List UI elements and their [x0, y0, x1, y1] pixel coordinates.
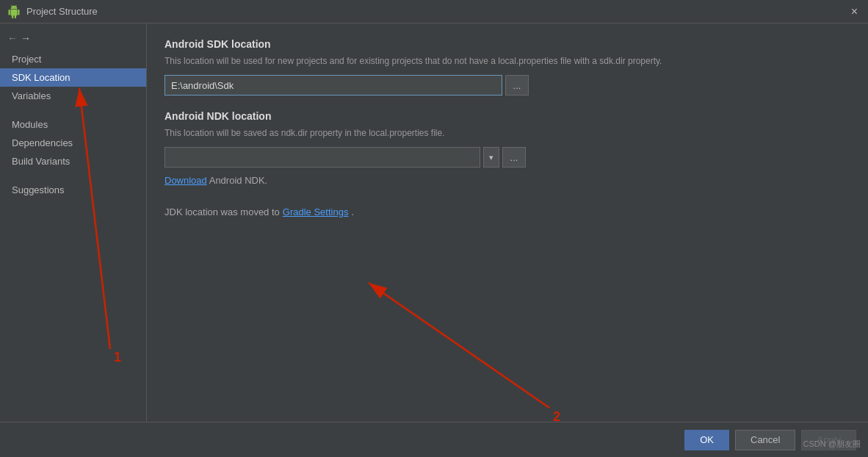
back-button[interactable]: ←	[7, 32, 18, 44]
forward-button[interactable]: →	[21, 32, 31, 44]
sidebar-item-variables[interactable]: Variables	[0, 87, 146, 105]
project-structure-dialog: Project Structure × ← → Project SDK Loca…	[0, 0, 868, 457]
ndk-dropdown-button[interactable]: ▾	[483, 147, 499, 168]
sidebar-separator-1	[0, 108, 146, 115]
title-bar: Project Structure ×	[0, 0, 868, 24]
cancel-button[interactable]: Cancel	[735, 430, 795, 450]
sidebar-item-build-variants[interactable]: Build Variants	[0, 152, 146, 170]
main-content: ← → Project SDK Location Variables Modul…	[0, 24, 868, 422]
ndk-title: Android NDK location	[164, 110, 850, 122]
ndk-input-row: ▾ ...	[164, 147, 850, 168]
sidebar-group-2: Modules Dependencies Build Variants	[0, 115, 146, 170]
watermark: CSDN @朋友圈	[803, 439, 861, 450]
sidebar-separator-2	[0, 173, 146, 181]
bottom-bar: OK Cancel Apply	[0, 422, 868, 457]
sdk-browse-button[interactable]: ...	[505, 75, 529, 96]
android-icon	[7, 5, 21, 18]
sidebar-item-project[interactable]: Project	[0, 50, 146, 68]
dialog-title: Project Structure	[26, 6, 98, 17]
ok-button[interactable]: OK	[684, 430, 729, 450]
sdk-title: Android SDK location	[164, 38, 850, 50]
content-area: Android SDK location This location will …	[147, 24, 868, 422]
sidebar-item-dependencies[interactable]: Dependencies	[0, 134, 146, 152]
ndk-section: Android NDK location This location will …	[164, 110, 850, 186]
title-bar-left: Project Structure	[7, 5, 98, 18]
sdk-location-input[interactable]	[164, 75, 502, 96]
sdk-section: Android SDK location This location will …	[164, 38, 850, 96]
jdk-notice-suffix: .	[351, 206, 354, 217]
sidebar: ← → Project SDK Location Variables Modul…	[0, 24, 147, 422]
jdk-notice: JDK location was moved to Gradle Setting…	[164, 206, 850, 217]
ndk-download-link[interactable]: Download	[164, 175, 207, 186]
sdk-description: This location will be used for new proje…	[164, 54, 850, 68]
sidebar-group-3: Suggestions	[0, 181, 146, 199]
sidebar-item-sdk-location[interactable]: SDK Location	[0, 68, 146, 87]
sidebar-item-modules[interactable]: Modules	[0, 115, 146, 134]
ndk-download-text: Android NDK.	[207, 175, 267, 186]
sdk-input-row: ...	[164, 75, 850, 96]
nav-arrows: ← →	[0, 29, 146, 50]
sidebar-group-1: Project SDK Location Variables	[0, 50, 146, 105]
ndk-browse-button[interactable]: ...	[502, 147, 526, 168]
ndk-download-row: Download Android NDK.	[164, 175, 850, 186]
gradle-settings-link[interactable]: Gradle Settings	[283, 206, 349, 217]
jdk-notice-text: JDK location was moved to	[164, 206, 280, 217]
ndk-description: This location will be saved as ndk.dir p…	[164, 126, 850, 140]
sidebar-item-suggestions[interactable]: Suggestions	[0, 181, 146, 199]
ndk-location-input[interactable]	[164, 147, 480, 168]
close-button[interactable]: ×	[848, 5, 861, 18]
